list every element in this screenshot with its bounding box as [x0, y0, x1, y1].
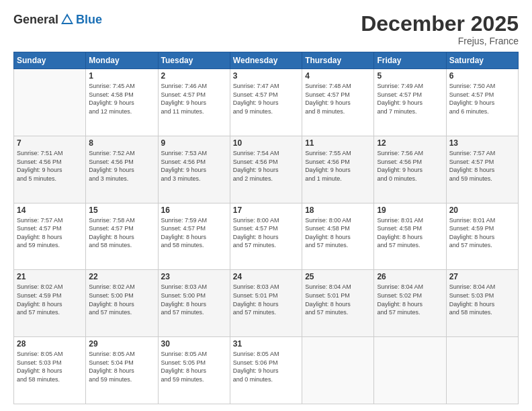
table-row: 3Sunrise: 7:47 AM Sunset: 4:57 PM Daylig… [230, 69, 302, 136]
day-number: 28 [17, 339, 83, 349]
day-number: 12 [377, 138, 443, 148]
header: General Blue December 2025 Frejus, Franc… [13, 12, 519, 46]
day-number: 25 [305, 272, 371, 281]
day-info: Sunrise: 8:05 AM Sunset: 5:06 PM Dayligh… [233, 350, 299, 383]
table-row: 21Sunrise: 8:02 AM Sunset: 4:59 PM Dayli… [14, 270, 86, 337]
day-info: Sunrise: 7:51 AM Sunset: 4:56 PM Dayligh… [17, 149, 83, 183]
col-friday: Friday [374, 52, 446, 69]
day-info: Sunrise: 7:53 AM Sunset: 4:56 PM Dayligh… [161, 149, 227, 183]
day-info: Sunrise: 8:04 AM Sunset: 5:02 PM Dayligh… [377, 283, 443, 316]
day-number: 5 [377, 71, 443, 81]
table-row: 27Sunrise: 8:04 AM Sunset: 5:03 PM Dayli… [446, 270, 518, 337]
day-number: 22 [89, 272, 154, 281]
table-row: 5Sunrise: 7:49 AM Sunset: 4:57 PM Daylig… [374, 69, 446, 136]
day-number: 11 [305, 138, 371, 148]
day-info: Sunrise: 7:55 AM Sunset: 4:56 PM Dayligh… [305, 149, 371, 183]
calendar-week-row: 7Sunrise: 7:51 AM Sunset: 4:56 PM Daylig… [14, 136, 519, 203]
calendar-week-row: 21Sunrise: 8:02 AM Sunset: 4:59 PM Dayli… [14, 270, 519, 337]
table-row: 26Sunrise: 8:04 AM Sunset: 5:02 PM Dayli… [374, 270, 446, 337]
day-number: 30 [161, 339, 227, 349]
table-row [14, 69, 86, 136]
table-row: 9Sunrise: 7:53 AM Sunset: 4:56 PM Daylig… [158, 136, 230, 203]
day-number: 7 [17, 138, 83, 148]
day-number: 26 [377, 272, 443, 281]
day-number: 8 [89, 138, 154, 148]
calendar-week-row: 1Sunrise: 7:45 AM Sunset: 4:58 PM Daylig… [14, 69, 519, 136]
table-row: 2Sunrise: 7:46 AM Sunset: 4:57 PM Daylig… [158, 69, 230, 136]
day-info: Sunrise: 8:05 AM Sunset: 5:04 PM Dayligh… [89, 350, 154, 383]
col-monday: Monday [86, 52, 158, 69]
table-row: 28Sunrise: 8:05 AM Sunset: 5:03 PM Dayli… [14, 337, 86, 404]
table-row: 23Sunrise: 8:03 AM Sunset: 5:00 PM Dayli… [158, 270, 230, 337]
day-info: Sunrise: 8:02 AM Sunset: 4:59 PM Dayligh… [17, 283, 83, 316]
day-number: 1 [89, 71, 154, 81]
table-row: 25Sunrise: 8:04 AM Sunset: 5:01 PM Dayli… [302, 270, 374, 337]
calendar-table: Sunday Monday Tuesday Wednesday Thursday… [13, 52, 519, 404]
day-info: Sunrise: 8:02 AM Sunset: 5:00 PM Dayligh… [89, 283, 154, 316]
day-number: 15 [89, 205, 154, 215]
table-row: 7Sunrise: 7:51 AM Sunset: 4:56 PM Daylig… [14, 136, 86, 203]
table-row [302, 337, 374, 404]
table-row: 22Sunrise: 8:02 AM Sunset: 5:00 PM Dayli… [86, 270, 158, 337]
table-row: 16Sunrise: 7:59 AM Sunset: 4:57 PM Dayli… [158, 203, 230, 270]
day-info: Sunrise: 8:01 AM Sunset: 4:59 PM Dayligh… [449, 216, 515, 250]
col-wednesday: Wednesday [230, 52, 302, 69]
day-number: 6 [449, 71, 515, 81]
day-info: Sunrise: 7:52 AM Sunset: 4:56 PM Dayligh… [89, 149, 154, 183]
table-row [374, 337, 446, 404]
logo-blue: Blue [76, 13, 102, 27]
day-info: Sunrise: 8:00 AM Sunset: 4:57 PM Dayligh… [233, 216, 299, 250]
day-number: 20 [449, 205, 515, 215]
day-number: 29 [89, 339, 154, 349]
day-info: Sunrise: 8:00 AM Sunset: 4:58 PM Dayligh… [305, 216, 371, 250]
day-number: 31 [233, 339, 299, 349]
table-row: 11Sunrise: 7:55 AM Sunset: 4:56 PM Dayli… [302, 136, 374, 203]
day-number: 24 [233, 272, 299, 281]
table-row: 31Sunrise: 8:05 AM Sunset: 5:06 PM Dayli… [230, 337, 302, 404]
day-number: 13 [449, 138, 515, 148]
table-row: 29Sunrise: 8:05 AM Sunset: 5:04 PM Dayli… [86, 337, 158, 404]
table-row: 19Sunrise: 8:01 AM Sunset: 4:58 PM Dayli… [374, 203, 446, 270]
table-row [446, 337, 518, 404]
table-row: 30Sunrise: 8:05 AM Sunset: 5:05 PM Dayli… [158, 337, 230, 404]
table-row: 14Sunrise: 7:57 AM Sunset: 4:57 PM Dayli… [14, 203, 86, 270]
calendar-header-row: Sunday Monday Tuesday Wednesday Thursday… [14, 52, 519, 69]
col-thursday: Thursday [302, 52, 374, 69]
day-info: Sunrise: 7:58 AM Sunset: 4:57 PM Dayligh… [89, 216, 154, 250]
day-number: 3 [233, 71, 299, 81]
day-number: 2 [161, 71, 227, 81]
day-info: Sunrise: 7:47 AM Sunset: 4:57 PM Dayligh… [233, 82, 299, 116]
table-row: 24Sunrise: 8:03 AM Sunset: 5:01 PM Dayli… [230, 270, 302, 337]
col-saturday: Saturday [446, 52, 518, 69]
day-number: 4 [305, 71, 371, 81]
day-info: Sunrise: 7:59 AM Sunset: 4:57 PM Dayligh… [161, 216, 227, 250]
day-number: 16 [161, 205, 227, 215]
day-info: Sunrise: 8:03 AM Sunset: 5:00 PM Dayligh… [161, 283, 227, 316]
day-info: Sunrise: 7:54 AM Sunset: 4:56 PM Dayligh… [233, 149, 299, 183]
table-row: 18Sunrise: 8:00 AM Sunset: 4:58 PM Dayli… [302, 203, 374, 270]
calendar-week-row: 14Sunrise: 7:57 AM Sunset: 4:57 PM Dayli… [14, 203, 519, 270]
day-info: Sunrise: 7:48 AM Sunset: 4:57 PM Dayligh… [305, 82, 371, 116]
table-row: 15Sunrise: 7:58 AM Sunset: 4:57 PM Dayli… [86, 203, 158, 270]
table-row: 17Sunrise: 8:00 AM Sunset: 4:57 PM Dayli… [230, 203, 302, 270]
day-info: Sunrise: 7:56 AM Sunset: 4:56 PM Dayligh… [377, 149, 443, 183]
table-row: 13Sunrise: 7:57 AM Sunset: 4:57 PM Dayli… [446, 136, 518, 203]
day-number: 9 [161, 138, 227, 148]
day-info: Sunrise: 7:57 AM Sunset: 4:57 PM Dayligh… [449, 149, 515, 183]
day-info: Sunrise: 8:04 AM Sunset: 5:01 PM Dayligh… [305, 283, 371, 316]
day-info: Sunrise: 8:04 AM Sunset: 5:03 PM Dayligh… [449, 283, 515, 316]
table-row: 20Sunrise: 8:01 AM Sunset: 4:59 PM Dayli… [446, 203, 518, 270]
table-row: 10Sunrise: 7:54 AM Sunset: 4:56 PM Dayli… [230, 136, 302, 203]
day-info: Sunrise: 8:05 AM Sunset: 5:03 PM Dayligh… [17, 350, 83, 383]
day-info: Sunrise: 7:57 AM Sunset: 4:57 PM Dayligh… [17, 216, 83, 250]
day-number: 18 [305, 205, 371, 215]
day-info: Sunrise: 7:45 AM Sunset: 4:58 PM Dayligh… [89, 82, 154, 116]
calendar-week-row: 28Sunrise: 8:05 AM Sunset: 5:03 PM Dayli… [14, 337, 519, 404]
col-tuesday: Tuesday [158, 52, 230, 69]
col-sunday: Sunday [14, 52, 86, 69]
table-row: 1Sunrise: 7:45 AM Sunset: 4:58 PM Daylig… [86, 69, 158, 136]
month-title: December 2025 [361, 12, 519, 36]
day-info: Sunrise: 7:46 AM Sunset: 4:57 PM Dayligh… [161, 82, 227, 116]
table-row: 6Sunrise: 7:50 AM Sunset: 4:57 PM Daylig… [446, 69, 518, 136]
logo-general: General [13, 13, 58, 27]
